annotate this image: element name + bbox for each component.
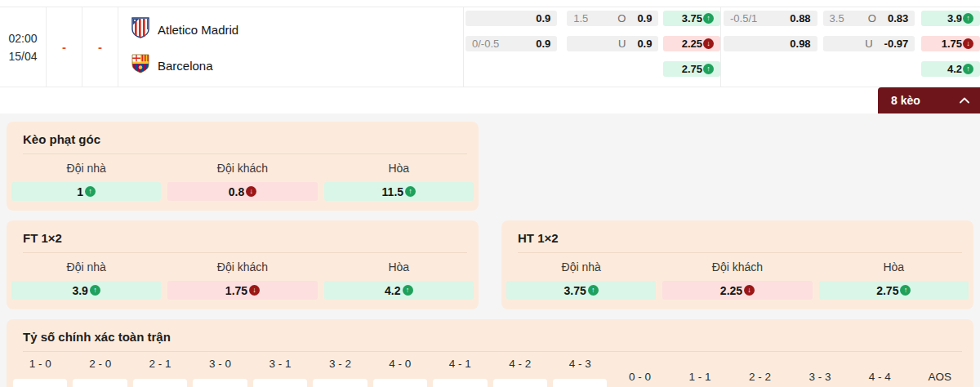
handicap-odds-cell[interactable]: 0.98 (724, 36, 817, 51)
arrow-down-circle-icon: ↓ (744, 285, 755, 296)
outcome-column: Đội nhà3.75↑ (506, 260, 656, 300)
score-away-column: - (82, 7, 118, 87)
score-header: AOS (913, 371, 967, 384)
odds-value: 4.2 (385, 284, 400, 297)
outcome-odds-cell[interactable]: 3.9↑ (11, 281, 161, 300)
outcome-header: Hòa (324, 260, 474, 281)
one-x-two-odds-cell[interactable]: 4.2↑ (921, 61, 980, 77)
handicap-odds-cell[interactable]: 0.9 (466, 11, 557, 26)
outcome-odds-cell[interactable]: 11.5↑ (324, 182, 474, 201)
score-header: 4 - 4 (853, 371, 906, 384)
handicap-odds-cell[interactable]: -0.5/10.88 (724, 11, 817, 26)
ft-odds-row: Đội nhà3.9↑Đội khách1.75↓Hòa4.2↑ (7, 253, 479, 300)
one-x-two-column: 3.75↑2.25↓2.75↑ (663, 11, 720, 87)
over-under-odds-cell[interactable]: 3.5O0.83 (823, 11, 915, 26)
odds-value: 3.75 (564, 284, 586, 297)
score-odds-cell[interactable]: - (433, 379, 487, 387)
ht-1x2-panel: HT 1×2 Đội nhà3.75↑Đội khách2.25↓Hòa2.75… (501, 220, 973, 309)
score-odds-cell[interactable]: - (253, 379, 307, 387)
panel-title: HT 1×2 (501, 229, 973, 252)
correct-score-grid: 1 - 0--2 - 0--2 - 1--3 - 0--3 - 1--3 - 2… (7, 352, 973, 387)
score-column: 4 - 2-- (493, 358, 547, 387)
one-x-two-column: 3.9↑1.75↓4.2↑ (921, 11, 980, 87)
odds-value: 0.9 (536, 12, 550, 24)
score-odds-cell[interactable]: - (373, 379, 427, 387)
odds-value: 3.9 (947, 12, 962, 24)
score-column-draw: 1 - 1- (673, 358, 727, 387)
score-header: 1 - 1 (673, 371, 727, 384)
odds-value: 0.9 (637, 12, 652, 24)
one-x-two-odds-cell[interactable]: 2.25↓ (663, 36, 720, 51)
odds-value: 0.88 (790, 12, 810, 24)
score-odds-cell[interactable]: - (553, 379, 607, 387)
teams-column[interactable]: Atletico Madrid (118, 7, 464, 87)
outcome-odds-cell[interactable]: 2.75↑ (819, 281, 969, 300)
over-under-odds-cell[interactable]: U0.9 (567, 36, 658, 51)
score-odds-cell[interactable]: - (193, 379, 247, 387)
score-header: 3 - 1 (253, 358, 307, 371)
outcome-column: Hòa4.2↑ (324, 260, 474, 300)
away-team-logo (131, 54, 149, 77)
outcome-odds-cell[interactable]: 2.25↓ (662, 281, 812, 300)
score-odds-cell[interactable]: - (73, 379, 127, 387)
score-column-draw: 3 - 3- (793, 358, 847, 387)
odds-value: 3.75 (682, 12, 702, 24)
away-team-row: Barcelona (131, 54, 463, 77)
score-header: 2 - 2 (733, 371, 786, 384)
outcome-odds-cell[interactable]: 3.75↑ (506, 281, 656, 300)
match-time: 02:00 (8, 32, 37, 45)
outcome-odds-cell[interactable]: 0.8↓ (167, 182, 317, 201)
outcome-header: Đội nhà (11, 260, 161, 281)
score-column: 4 - 3-- (553, 358, 607, 387)
score-column-draw: AOS- (913, 358, 967, 387)
score-odds-cell[interactable]: - (13, 379, 67, 387)
ou-side: O (868, 12, 876, 24)
score-odds-cell[interactable]: - (313, 379, 367, 387)
score-column-draw: 2 - 2- (733, 358, 786, 387)
arrow-up-circle-icon: ↑ (85, 186, 96, 197)
outcome-header: Đội khách (167, 162, 317, 182)
score-header: 4 - 1 (433, 358, 487, 371)
arrow-up-circle-icon: ↑ (703, 64, 714, 74)
score-header: 3 - 3 (793, 371, 847, 384)
score-column: 2 - 0-- (73, 358, 127, 387)
score-odds-cell[interactable]: - (493, 379, 547, 387)
one-x-two-odds-cell[interactable]: 2.75↑ (663, 61, 720, 77)
arrow-up-circle-icon: ↑ (403, 285, 413, 296)
score-column: 3 - 0-- (193, 358, 247, 387)
handicap-line: 0/-0.5 (472, 38, 499, 50)
over-under-odds-cell[interactable]: U-0.97 (823, 36, 915, 51)
handicap-odds-cell[interactable]: 0/-0.50.9 (466, 36, 557, 51)
score-home: - (62, 40, 66, 54)
outcome-header: Đội nhà (506, 260, 656, 281)
arrow-up-circle-icon: ↑ (405, 186, 416, 197)
outcome-odds-cell[interactable]: 1↑ (11, 182, 161, 201)
odds-value: 3.9 (72, 284, 87, 297)
odds-value: 0.83 (888, 12, 908, 24)
ou-side: U (865, 38, 872, 50)
ou-line: 1.5 (573, 12, 617, 24)
odds-value: 2.25 (682, 38, 702, 50)
one-x-two-odds-cell[interactable]: 3.9↑ (921, 11, 980, 26)
arrow-down-circle-icon: ↓ (249, 285, 260, 296)
outcome-column: Hòa11.5↑ (324, 162, 474, 201)
one-x-two-odds-cell[interactable]: 3.75↑ (663, 11, 720, 26)
odds-value: 2.25 (720, 284, 742, 297)
arrow-up-circle-icon: ↑ (900, 285, 911, 296)
keo-count-toggle[interactable]: 8 kèo (878, 87, 980, 113)
outcome-odds-cell[interactable]: 1.75↓ (167, 281, 317, 300)
score-away: - (98, 40, 102, 54)
ft-ht-row: FT 1×2 Đội nhà3.9↑Đội khách1.75↓Hòa4.2↑ … (7, 220, 973, 309)
handicap-column: 0.90/-0.50.9 (466, 11, 557, 87)
score-column-draw: 0 - 0- (612, 358, 666, 387)
correct-score-panel: Tỷ số chính xác toàn trận 1 - 0--2 - 0--… (7, 319, 973, 387)
score-header: 1 - 0 (13, 358, 67, 371)
corner-odds-row: Đội nhà1↑Đội khách0.8↓Hòa11.5↑ (7, 154, 479, 201)
score-odds-cell[interactable]: - (133, 379, 187, 387)
over-under-column: 1.5O0.9U0.9 (567, 11, 658, 87)
outcome-odds-cell[interactable]: 4.2↑ (324, 281, 474, 300)
one-x-two-odds-cell[interactable]: 1.75↓ (921, 36, 980, 51)
over-under-odds-cell[interactable]: 1.5O0.9 (567, 11, 658, 26)
arrow-down-circle-icon: ↓ (703, 38, 714, 49)
odds-value: 11.5 (382, 185, 403, 198)
